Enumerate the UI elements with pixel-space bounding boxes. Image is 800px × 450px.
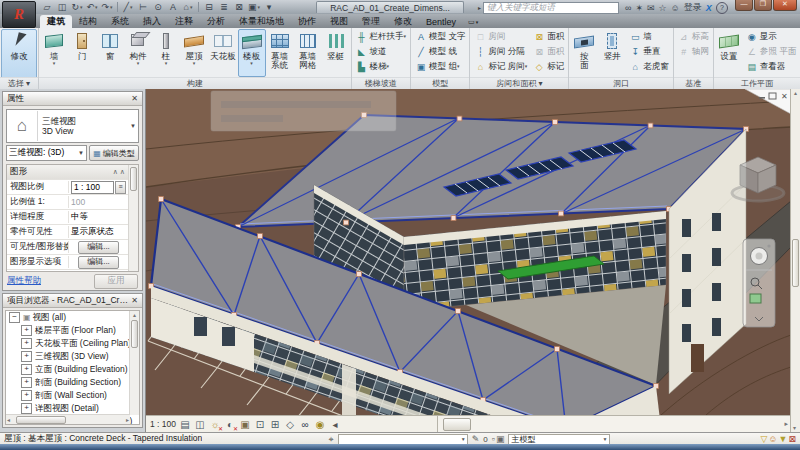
curtain-system-button[interactable]: 幕墙 系统 <box>266 29 294 77</box>
close-hidden-windows-icon[interactable]: ⊠ <box>232 1 246 13</box>
search-icon[interactable]: ∞ <box>625 3 631 13</box>
properties-section-header[interactable]: 图形∧ ∧ <box>7 165 128 180</box>
visual-style-icon[interactable]: ◫ <box>194 418 206 431</box>
temporary-hide-isolate-icon[interactable]: ∞ <box>299 418 311 431</box>
design-options-icon[interactable]: ▣ <box>496 434 505 444</box>
workplane-show-button[interactable]: 显示 <box>744 29 798 44</box>
property-value[interactable]: 编辑... <box>69 241 128 254</box>
panel-label-0[interactable]: 构建 <box>39 77 351 89</box>
vertical-opening-button[interactable]: 垂直 <box>627 44 671 59</box>
mullion-button[interactable]: 竖梃 <box>322 29 350 77</box>
panel-label-3[interactable]: 房间和面积 ▾ <box>470 77 568 89</box>
opening-by-face-button[interactable]: 按 面 <box>570 29 598 77</box>
lock-3d-view-icon[interactable]: ◇ <box>284 418 296 431</box>
shaft-button[interactable]: 竖井 <box>598 29 626 77</box>
browser-tree-item[interactable]: +立面 (Building Elevation) <box>6 363 139 376</box>
more-icon[interactable]: ≡ <box>115 181 126 194</box>
view-scale-label[interactable]: 1 : 100 <box>150 419 176 429</box>
sync-icon[interactable]: ↻▾ <box>70 1 84 13</box>
render-dialog-icon[interactable]: ▣ <box>239 418 251 431</box>
show-crop-region-icon[interactable]: ⊞ <box>269 418 281 431</box>
close-button[interactable]: ✕ <box>773 0 797 11</box>
workplane-set-button[interactable]: 设置 <box>715 29 743 77</box>
sign-in-icon[interactable]: ☺ <box>671 3 680 13</box>
worksharing-display-icon[interactable]: ▽ <box>760 434 767 444</box>
sun-path-icon[interactable]: ☼✕ <box>209 418 221 431</box>
ramp-button[interactable]: 坡道 <box>354 44 409 59</box>
default-3d-view-icon[interactable]: ⌂▾ <box>181 1 195 13</box>
maximize-button[interactable]: ❒ <box>754 0 772 11</box>
ribbon-tab-5[interactable]: 分析 <box>200 15 232 28</box>
browser-tree-item[interactable]: +剖面 (Wall Section) <box>6 389 139 402</box>
collapse-icon[interactable]: − <box>9 312 20 323</box>
door-button[interactable]: 门 <box>68 29 96 77</box>
properties-help-link[interactable]: 属性帮助 <box>7 275 41 287</box>
subscription-center-icon[interactable]: ✶ <box>635 3 643 13</box>
workset-dropdown[interactable]: ▼ <box>338 434 468 445</box>
expand-icon[interactable]: + <box>21 390 32 401</box>
redo-icon[interactable]: ↷▾ <box>100 1 114 13</box>
tag-area-button[interactable]: 标记 <box>531 59 566 74</box>
ribbon-tab-7[interactable]: 协作 <box>291 15 323 28</box>
property-value[interactable]: 1 : 100≡ <box>69 181 128 194</box>
filter-icon[interactable]: ▼ <box>779 434 788 444</box>
shadows-icon[interactable]: ◐✕ <box>224 418 236 431</box>
favorites-icon[interactable]: ☆ <box>659 3 667 13</box>
edit-button[interactable]: 编辑... <box>78 256 119 269</box>
search-expand-icon[interactable]: ▸ <box>478 4 481 11</box>
instance-selector[interactable]: 三维视图: (3D) ▼ <box>6 145 87 161</box>
ribbon-tab-2[interactable]: 系统 <box>104 15 136 28</box>
area-button[interactable]: 面积 <box>531 29 566 44</box>
window-button[interactable]: 窗 <box>96 29 124 77</box>
viewer-button[interactable]: 查看器 <box>744 59 798 74</box>
exchange-apps-icon[interactable]: X <box>706 3 712 13</box>
dormer-button[interactable]: 老虎窗 <box>627 59 671 74</box>
column-button[interactable]: 柱▾ <box>152 29 180 77</box>
browser-tree-item[interactable]: +剖面 (Building Section) <box>6 376 139 389</box>
panel-label-select[interactable]: 选择 ▾ <box>0 77 38 89</box>
design-option-dropdown[interactable]: 主模型 ▼ <box>508 434 610 445</box>
ribbon-tab-10[interactable]: 修改 <box>387 15 419 28</box>
crop-view-icon[interactable]: ⊡ <box>254 418 266 431</box>
wall-button[interactable]: 墙▾ <box>40 29 68 77</box>
panel-label-1[interactable]: 楼梯坡道 <box>352 77 411 89</box>
model-group-button[interactable]: 模型 组▾ <box>413 59 467 74</box>
ribbon-tab-0[interactable]: 建筑 <box>40 15 72 28</box>
wall-opening-button[interactable]: 墙 <box>627 29 671 44</box>
curtain-grid-button[interactable]: 幕墙 网格 <box>294 29 322 77</box>
expand-icon[interactable]: + <box>21 364 32 375</box>
aligned-dimension-icon[interactable]: ⊢ <box>136 1 150 13</box>
worksets-icon[interactable]: ⌖ <box>329 434 334 445</box>
editing-requests-icon[interactable]: ☺ <box>768 434 777 444</box>
tag-room-button[interactable]: 标记 房间▾ <box>472 59 529 74</box>
collapse-icon[interactable]: ◂ <box>329 418 341 431</box>
vertical-scrollbar[interactable]: ▴ ▾ <box>790 89 800 432</box>
room-separator-button[interactable]: 房间 分隔 <box>472 44 529 59</box>
undo-icon[interactable]: ↶▾ <box>85 1 99 13</box>
sign-in-label[interactable]: 登录 <box>684 1 702 14</box>
ribbon-tab-1[interactable]: 结构 <box>72 15 104 28</box>
edit-type-button[interactable]: ▦ 编辑类型 <box>89 145 139 161</box>
model-line-button[interactable]: 模型 线 <box>413 44 467 59</box>
measure-icon[interactable]: ╱▾ <box>121 1 135 13</box>
panel-label-6[interactable]: 工作平面 <box>714 77 800 89</box>
roof-button[interactable]: 屋顶▾ <box>180 29 208 77</box>
help-icon[interactable]: ? <box>716 2 728 14</box>
minimize-button[interactable]: — <box>735 0 753 11</box>
expand-icon[interactable]: + <box>21 325 32 336</box>
viewport-canvas[interactable]: ✕ <box>146 89 791 415</box>
browser-horizontal-scrollbar[interactable]: ◂ ▸ <box>6 414 130 424</box>
panel-label-2[interactable]: 模型 <box>411 77 469 89</box>
expand-icon[interactable]: + <box>21 377 32 388</box>
application-menu-button[interactable]: R <box>2 1 36 28</box>
search-input[interactable]: 键入关键字或短语 <box>483 2 619 14</box>
properties-scrollbar[interactable] <box>128 165 138 271</box>
modify-button[interactable]: 修改 <box>1 29 37 80</box>
project-browser-close-icon[interactable]: ✕ <box>128 296 138 305</box>
browser-tree-item[interactable]: +天花板平面 (Ceiling Plan) <box>6 337 139 350</box>
type-selector[interactable]: ⌂ 三维视图 3D View ▼ <box>6 109 139 143</box>
tag-icon[interactable]: ⊙ <box>151 1 165 13</box>
apply-button[interactable]: 应用 <box>94 274 138 289</box>
properties-close-icon[interactable]: ✕ <box>128 94 138 103</box>
property-value[interactable]: 显示原状态 <box>69 226 128 238</box>
